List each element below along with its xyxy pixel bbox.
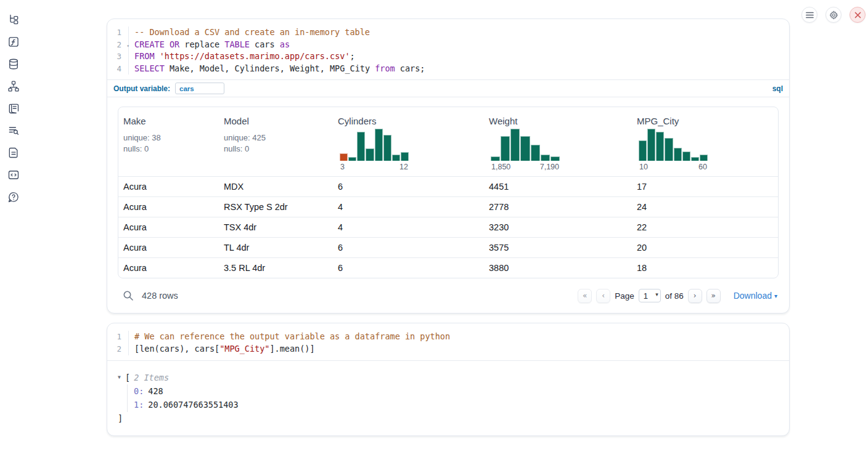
- histogram-bar[interactable]: [639, 140, 647, 161]
- histogram-bar[interactable]: [357, 132, 365, 161]
- settings-button[interactable]: [825, 7, 841, 23]
- collapse-caret-icon[interactable]: ▼: [118, 374, 125, 380]
- open-bracket: [: [125, 373, 130, 382]
- histogram-bar[interactable]: [551, 156, 560, 161]
- table-cell: 22: [632, 217, 778, 237]
- histogram-bar[interactable]: [401, 152, 409, 161]
- table-row[interactable]: AcuraTSX 4dr4323022: [118, 217, 778, 237]
- histogram-bar[interactable]: [520, 136, 530, 161]
- hamburger-icon: [806, 12, 814, 18]
- histogram-bar[interactable]: [510, 129, 520, 161]
- table-row[interactable]: Acura3.5 RL 4dr6388018: [118, 257, 778, 278]
- histogram-bar[interactable]: [348, 157, 356, 161]
- last-page-button[interactable]: »: [706, 289, 721, 303]
- table-cell: TL 4dr: [219, 238, 333, 257]
- histogram-bar[interactable]: [392, 155, 400, 161]
- code-content: SELECT Make, Model, Cylinders, Weight, M…: [128, 63, 425, 75]
- documentation-icon[interactable]: [7, 147, 20, 159]
- next-page-button[interactable]: ›: [688, 289, 702, 303]
- table-cell: 3880: [484, 258, 632, 278]
- tree-entry-key: 1:: [134, 400, 144, 410]
- histogram-bar[interactable]: [674, 148, 682, 161]
- language-badge[interactable]: sql: [772, 84, 783, 93]
- histogram-bar[interactable]: [491, 156, 500, 161]
- column-histogram[interactable]: 312: [340, 126, 409, 171]
- column-histogram[interactable]: 1060: [639, 126, 708, 171]
- table-row[interactable]: AcuraMDX6445117: [118, 176, 778, 196]
- code-token: Make, Model, Cylinders, Weight, MPG_City: [165, 63, 375, 73]
- code-content: CREATE OR replace TABLE cars as: [128, 39, 290, 51]
- histogram-bar[interactable]: [541, 155, 550, 161]
- first-page-button[interactable]: «: [578, 289, 592, 303]
- histogram-bars: [340, 126, 409, 161]
- table-cell: RSX Type S 2dr: [219, 197, 333, 217]
- histogram-bar[interactable]: [665, 138, 673, 161]
- snippets-icon[interactable]: [7, 169, 20, 181]
- sql-code-editor[interactable]: 1-- Download a CSV and create an in-memo…: [107, 19, 789, 79]
- line-number-text: 1: [117, 331, 126, 343]
- code-content: -- Download a CSV and create an in-memor…: [128, 26, 370, 39]
- data-table: Makeunique: 38nulls: 0Modelunique: 425nu…: [118, 107, 779, 278]
- code-content: [len(cars), cars["MPG_City"].mean()]: [128, 343, 315, 355]
- table-cell: 17: [632, 177, 778, 196]
- histogram-bar[interactable]: [647, 129, 655, 161]
- line-number: 2▾: [107, 39, 128, 51]
- table-row[interactable]: AcuraRSX Type S 2dr4277824: [118, 196, 778, 217]
- column-header-make[interactable]: Makeunique: 38nulls: 0: [118, 115, 219, 176]
- column-header-model[interactable]: Modelunique: 425nulls: 0: [219, 115, 333, 176]
- histogram-bar[interactable]: [366, 148, 374, 161]
- histogram-bar[interactable]: [691, 157, 699, 161]
- shutdown-button[interactable]: [850, 7, 866, 23]
- table-cell: 3575: [484, 238, 632, 257]
- column-header-cylinders[interactable]: Cylinders312: [333, 115, 484, 176]
- code-token: [len(cars), cars[: [134, 344, 219, 354]
- histogram-bar[interactable]: [383, 135, 391, 161]
- page-select[interactable]: 1: [639, 289, 661, 302]
- column-header-mpg_city[interactable]: MPG_City1060: [632, 115, 778, 176]
- functions-icon[interactable]: [7, 36, 20, 48]
- file-explorer-icon[interactable]: [7, 14, 20, 26]
- histogram-bar[interactable]: [682, 152, 690, 161]
- python-code-editor[interactable]: 1# We can reference the output variable …: [107, 323, 789, 360]
- datasources-icon[interactable]: [7, 58, 20, 70]
- axis-min-label: 1,850: [491, 163, 510, 171]
- top-controls: [801, 7, 866, 23]
- code-token: as: [280, 39, 290, 49]
- prev-page-button[interactable]: ‹: [596, 289, 610, 303]
- column-header-weight[interactable]: Weight1,8507,190: [484, 115, 632, 176]
- line-number: 4: [107, 63, 128, 75]
- chat-help-icon[interactable]: [7, 191, 20, 203]
- histogram-bar[interactable]: [340, 153, 348, 161]
- menu-button[interactable]: [801, 7, 817, 23]
- histogram-bar[interactable]: [700, 155, 708, 161]
- histogram-bar[interactable]: [501, 136, 510, 161]
- line-number: 2: [107, 343, 128, 355]
- code-line: 2▾CREATE OR replace TABLE cars as: [107, 39, 789, 51]
- histogram-bar[interactable]: [375, 129, 383, 161]
- table-row[interactable]: AcuraTL 4dr6357520: [118, 237, 778, 257]
- dependencies-icon[interactable]: [7, 80, 20, 92]
- code-token: ;: [350, 51, 355, 61]
- output-variable-row: Output variable: sql: [107, 80, 789, 97]
- outline-icon[interactable]: [7, 102, 20, 115]
- code-content: FROM 'https://datasets.marimo.app/cars.c…: [128, 51, 355, 63]
- axis-min-label: 3: [340, 163, 345, 171]
- table-header-row: Makeunique: 38nulls: 0Modelunique: 425nu…: [118, 107, 778, 176]
- summary-line: nulls: 0: [224, 144, 328, 155]
- download-button[interactable]: Download ▾: [734, 291, 777, 301]
- logs-icon[interactable]: [7, 124, 20, 137]
- code-token: [155, 51, 160, 61]
- search-icon[interactable]: [123, 290, 134, 301]
- column-histogram[interactable]: 1,8507,190: [491, 126, 560, 171]
- tree-entry-key: 0:: [134, 386, 144, 396]
- histogram-bar[interactable]: [531, 145, 540, 161]
- output-variable-input[interactable]: [175, 83, 224, 94]
- column-name: Cylinders: [338, 116, 479, 126]
- table-cell: 2778: [484, 197, 632, 217]
- histogram-bar[interactable]: [656, 132, 664, 161]
- axis-max-label: 7,190: [540, 163, 559, 171]
- pagination: « ‹ Page 1 ▾ of 86 › » Down: [578, 289, 777, 303]
- code-token: CREATE: [134, 39, 165, 49]
- code-token: # We can reference the output variable a…: [134, 331, 450, 341]
- summary-line: unique: 425: [224, 132, 328, 144]
